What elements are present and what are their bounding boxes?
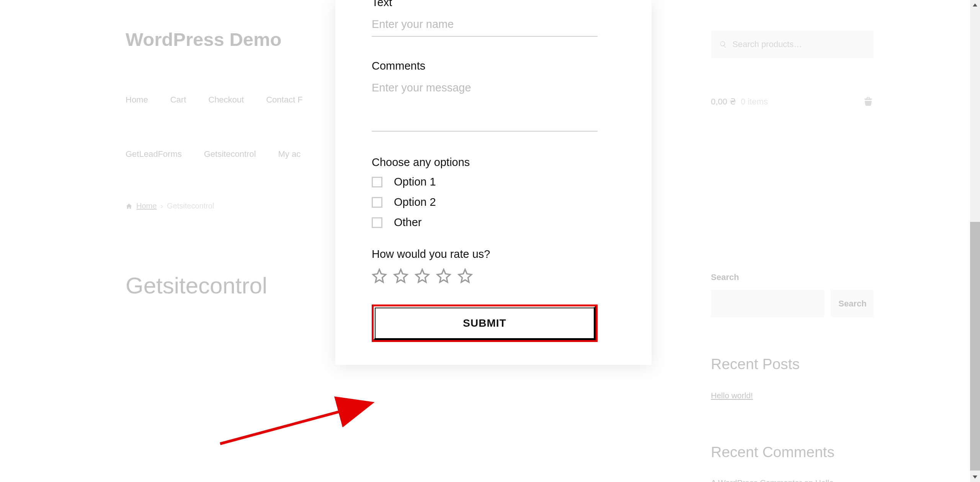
star-icon[interactable] (415, 268, 430, 283)
submit-button[interactable]: SUBMIT (375, 308, 595, 339)
sidebar-search-row: Search (711, 290, 874, 318)
sidebar-search-button[interactable]: Search (831, 290, 874, 318)
nav-cart[interactable]: Cart (170, 95, 186, 105)
text-field-label: Text (372, 0, 615, 9)
option-1-row[interactable]: Option 1 (372, 176, 615, 188)
scrollbar-thumb[interactable] (970, 222, 980, 471)
scrollbar-down-button[interactable] (970, 472, 980, 482)
nav-getleadforms[interactable]: GetLeadForms (126, 149, 182, 159)
search-products-input[interactable] (732, 39, 865, 49)
option-other-row[interactable]: Other (372, 216, 615, 229)
option-2-label: Option 2 (394, 196, 436, 208)
nav-getsitecontrol[interactable]: Getsitecontrol (204, 149, 256, 159)
basket-icon (863, 96, 874, 107)
name-input[interactable] (372, 13, 598, 37)
recent-comment-line: A WordPress Commenter on Hello (711, 478, 834, 482)
checkbox-icon (372, 177, 382, 187)
checkbox-icon (372, 197, 382, 208)
sidebar-search-input[interactable] (711, 290, 824, 318)
star-icon[interactable] (436, 268, 451, 283)
checkbox-icon (372, 217, 382, 228)
recent-comment-author[interactable]: A WordPress Commenter (711, 478, 802, 482)
recent-comment-post[interactable]: Hello (815, 478, 834, 482)
options-label: Choose any options (372, 156, 615, 169)
home-icon (126, 203, 132, 210)
comments-textarea[interactable] (372, 76, 598, 132)
option-1-label: Option 1 (394, 176, 436, 188)
scrollbar-up-button[interactable] (970, 0, 980, 10)
page-title: Getsitecontrol (126, 272, 267, 299)
scrollbar-track[interactable] (970, 0, 980, 482)
submit-highlight: SUBMIT (372, 305, 598, 342)
search-icon (719, 40, 727, 49)
breadcrumb-sep: › (160, 202, 163, 210)
sidebar-search-label: Search (711, 272, 739, 282)
breadcrumb: Home › Getsitecontrol (126, 202, 214, 210)
comments-field-label: Comments (372, 60, 615, 72)
star-icon[interactable] (372, 268, 387, 283)
cart-items: 0 items (741, 97, 768, 107)
cart-price: 0,00 ₴ (711, 97, 736, 107)
option-other-label: Other (394, 216, 422, 229)
search-products-box (711, 31, 874, 58)
star-icon[interactable] (457, 268, 473, 283)
recent-posts-heading: Recent Posts (711, 356, 800, 373)
recent-comments-heading: Recent Comments (711, 444, 835, 461)
site-title: WordPress Demo (126, 29, 282, 50)
recent-post-link[interactable]: Hello world! (711, 391, 753, 400)
breadcrumb-home[interactable]: Home (136, 202, 157, 210)
nav-contact[interactable]: Contact F (266, 95, 302, 105)
nav-row-2: GetLeadForms Getsitecontrol My ac (126, 149, 301, 159)
breadcrumb-current: Getsitecontrol (167, 202, 214, 210)
rating-label: How would you rate us? (372, 248, 615, 261)
cart-summary[interactable]: 0,00 ₴ 0 items (711, 96, 874, 107)
form-modal: Text Comments Choose any options Option … (335, 0, 652, 365)
option-2-row[interactable]: Option 2 (372, 196, 615, 208)
rating-stars (372, 268, 615, 283)
nav-home[interactable]: Home (126, 95, 148, 105)
star-icon[interactable] (393, 268, 408, 283)
nav-checkout[interactable]: Checkout (208, 95, 244, 105)
nav-myaccount[interactable]: My ac (278, 149, 301, 159)
